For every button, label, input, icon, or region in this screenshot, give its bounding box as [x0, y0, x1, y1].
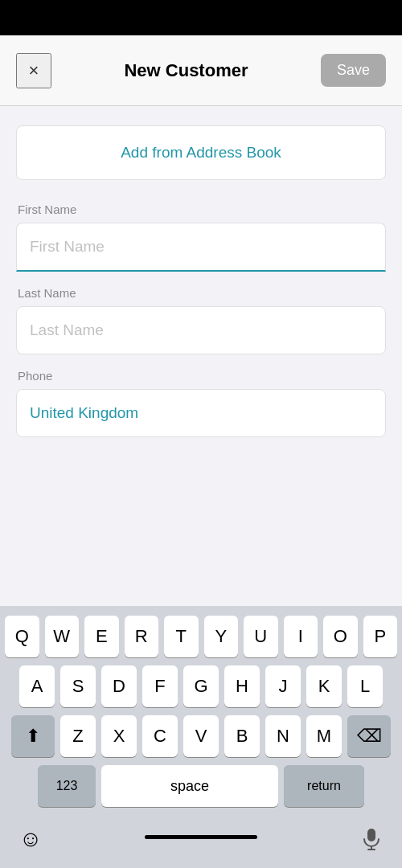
- key-o[interactable]: O: [323, 616, 358, 657]
- mic-key[interactable]: [354, 821, 389, 857]
- keyboard-row-1: Q W E R T Y U I O P: [5, 616, 397, 657]
- key-e[interactable]: E: [84, 616, 119, 657]
- keyboard-bottom-bar: ☺: [5, 815, 397, 868]
- first-name-input[interactable]: [16, 223, 386, 272]
- shift-key[interactable]: ⬆: [11, 715, 55, 757]
- key-j[interactable]: J: [265, 665, 301, 707]
- close-button[interactable]: ×: [16, 53, 51, 88]
- last-name-input[interactable]: [16, 306, 386, 354]
- key-h[interactable]: H: [224, 665, 260, 707]
- key-q[interactable]: Q: [5, 616, 39, 657]
- key-p[interactable]: P: [363, 616, 398, 657]
- last-name-group: Last Name: [16, 286, 386, 354]
- numbers-key[interactable]: 123: [38, 765, 96, 807]
- key-w[interactable]: W: [45, 616, 80, 657]
- keyboard-row-4: 123 space return: [5, 765, 397, 807]
- first-name-group: First Name: [16, 203, 386, 272]
- key-u[interactable]: U: [244, 616, 278, 657]
- key-k[interactable]: K: [306, 665, 342, 707]
- keyboard-row-3: ⬆ Z X C V B N M ⌫: [5, 715, 397, 757]
- last-name-label: Last Name: [16, 286, 386, 300]
- svg-rect-0: [367, 829, 375, 841]
- key-n[interactable]: N: [265, 715, 301, 757]
- delete-key[interactable]: ⌫: [347, 715, 391, 757]
- nav-bar: × New Customer Save: [0, 35, 402, 106]
- keyboard: Q W E R T Y U I O P A S D F G H J K L ⬆ …: [0, 606, 402, 868]
- phone-country-value: United Kingdom: [30, 404, 138, 421]
- phone-group: Phone United Kingdom: [16, 369, 386, 437]
- key-r[interactable]: R: [125, 616, 159, 657]
- key-g[interactable]: G: [183, 665, 219, 707]
- key-s[interactable]: S: [60, 665, 96, 707]
- keyboard-row-2: A S D F G H J K L: [5, 665, 397, 707]
- key-a[interactable]: A: [19, 665, 55, 707]
- key-l[interactable]: L: [347, 665, 383, 707]
- phone-country-selector[interactable]: United Kingdom: [16, 389, 386, 437]
- return-key[interactable]: return: [284, 765, 364, 807]
- page-title: New Customer: [124, 60, 248, 81]
- status-bar: [0, 0, 402, 35]
- key-c[interactable]: C: [142, 715, 178, 757]
- key-b[interactable]: B: [224, 715, 260, 757]
- home-indicator: [145, 835, 257, 839]
- key-f[interactable]: F: [142, 665, 178, 707]
- key-d[interactable]: D: [101, 665, 137, 707]
- save-button[interactable]: Save: [321, 54, 386, 87]
- key-t[interactable]: T: [164, 616, 199, 657]
- key-m[interactable]: M: [306, 715, 342, 757]
- key-x[interactable]: X: [101, 715, 137, 757]
- form-content: Add from Address Book First Name Last Na…: [0, 106, 402, 437]
- space-key[interactable]: space: [101, 765, 278, 807]
- address-book-button[interactable]: Add from Address Book: [16, 125, 386, 180]
- first-name-label: First Name: [16, 203, 386, 216]
- emoji-key[interactable]: ☺: [13, 821, 48, 857]
- phone-label: Phone: [16, 369, 386, 383]
- key-z[interactable]: Z: [60, 715, 96, 757]
- key-y[interactable]: Y: [204, 616, 239, 657]
- key-v[interactable]: V: [183, 715, 219, 757]
- key-i[interactable]: I: [284, 616, 318, 657]
